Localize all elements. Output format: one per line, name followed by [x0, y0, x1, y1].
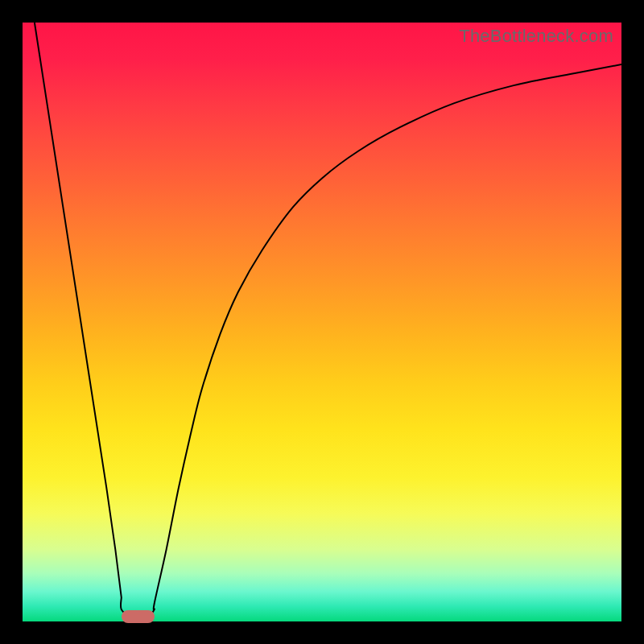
chart-frame: TheBottleneck.com: [0, 0, 644, 644]
curve-path: [35, 23, 621, 618]
watermark-label: TheBottleneck.com: [459, 26, 613, 47]
plot-area: TheBottleneck.com: [23, 23, 621, 621]
valley-marker: [122, 610, 155, 623]
bottleneck-curve: [23, 23, 621, 621]
